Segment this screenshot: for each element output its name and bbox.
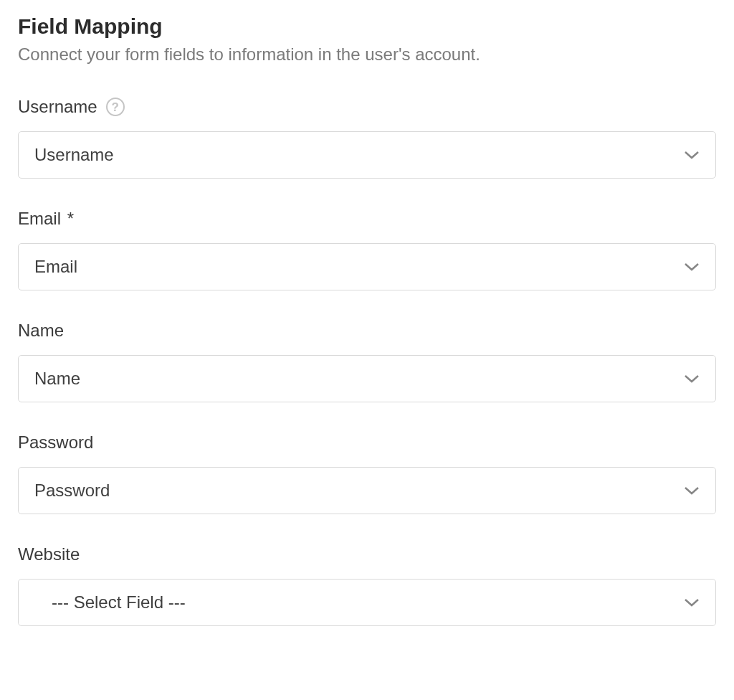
field-group-name: Name Name bbox=[18, 321, 716, 402]
password-select-value: Password bbox=[34, 481, 684, 501]
section-title: Field Mapping bbox=[18, 14, 716, 39]
field-group-username: Username ? Username bbox=[18, 97, 716, 179]
chevron-down-icon bbox=[684, 147, 700, 163]
username-label: Username bbox=[18, 97, 97, 117]
website-select[interactable]: --- Select Field --- bbox=[18, 579, 716, 626]
field-group-email: Email * Email bbox=[18, 209, 716, 290]
field-group-website: Website --- Select Field --- bbox=[18, 544, 716, 626]
website-label: Website bbox=[18, 544, 80, 564]
email-label-text: Email bbox=[18, 209, 61, 228]
username-select[interactable]: Username bbox=[18, 131, 716, 179]
email-select[interactable]: Email bbox=[18, 243, 716, 290]
website-select-value: --- Select Field --- bbox=[52, 592, 684, 612]
required-mark: * bbox=[62, 209, 74, 228]
field-label-row: Name bbox=[18, 321, 716, 341]
section-subtitle: Connect your form fields to information … bbox=[18, 44, 716, 65]
chevron-down-icon bbox=[684, 483, 700, 498]
field-group-password: Password Password bbox=[18, 432, 716, 514]
name-select[interactable]: Name bbox=[18, 355, 716, 402]
name-select-value: Name bbox=[34, 369, 684, 389]
name-label: Name bbox=[18, 321, 64, 341]
email-label: Email * bbox=[18, 209, 74, 229]
field-label-row: Password bbox=[18, 432, 716, 453]
email-select-value: Email bbox=[34, 257, 684, 277]
field-label-row: Website bbox=[18, 544, 716, 564]
chevron-down-icon bbox=[684, 595, 700, 610]
field-mapping-section: Field Mapping Connect your form fields t… bbox=[18, 14, 716, 626]
help-icon[interactable]: ? bbox=[106, 98, 125, 116]
chevron-down-icon bbox=[684, 259, 700, 275]
username-select-value: Username bbox=[34, 145, 684, 165]
password-select[interactable]: Password bbox=[18, 467, 716, 514]
field-label-row: Email * bbox=[18, 209, 716, 229]
field-label-row: Username ? bbox=[18, 97, 716, 117]
password-label: Password bbox=[18, 432, 93, 453]
chevron-down-icon bbox=[684, 371, 700, 387]
